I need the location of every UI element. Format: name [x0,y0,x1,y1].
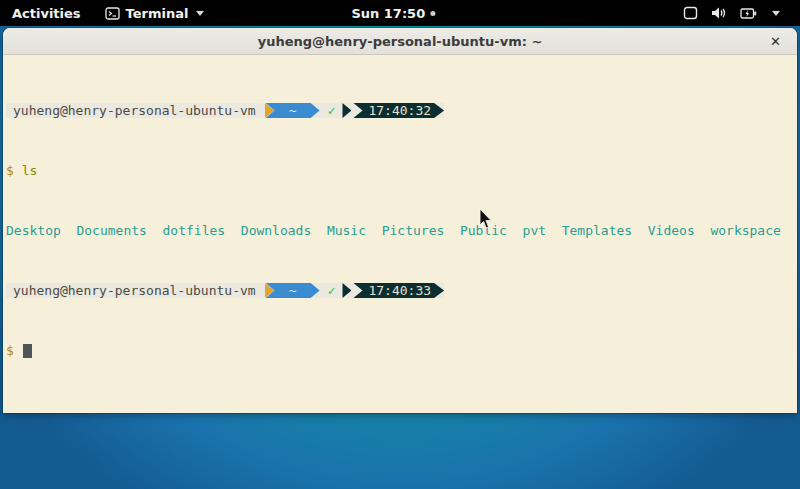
command-text: ls [22,163,38,178]
status-check-icon: ✓ [328,103,336,118]
prompt-line: yuheng@henry-personal-ubuntu-vm~✓17:40:3… [6,103,797,118]
powerline-prompt: yuheng@henry-personal-ubuntu-vm~✓17:40:3… [6,103,444,118]
window-titlebar[interactable]: yuheng@henry-personal-ubuntu-vm: ~ ✕ [3,28,797,55]
screen-icon [683,6,698,20]
powerline-prompt: yuheng@henry-personal-ubuntu-vm~✓17:40:3… [6,283,444,298]
top-bar: Activities Terminal Sun 17:50 [0,0,800,26]
clock-label: Sun 17:50 [351,6,425,21]
text-cursor [23,344,32,358]
desktop: { "topbar": { "activities_label": "Activ… [0,0,800,489]
prompt-symbol: $ [6,343,22,358]
chevron-down-icon [196,11,204,16]
powerline-arrow-icon [342,103,351,118]
app-menu-label: Terminal [126,6,189,21]
prompt-user-host: yuheng@henry-personal-ubuntu-vm [13,103,256,118]
prompt-line: yuheng@henry-personal-ubuntu-vm~✓17:40:3… [6,283,797,298]
prompt-time-badge: 17:40:32 [342,103,444,118]
volume-icon [711,6,727,20]
command-line: $ ls [6,163,797,178]
notification-dot-icon [430,11,435,16]
activities-button[interactable]: Activities [0,0,93,26]
close-icon[interactable]: ✕ [770,35,781,48]
battery-charging-icon [740,7,757,20]
prompt-time: 17:40:33 [353,283,444,298]
prompt-symbol: $ [6,163,22,178]
prompt-cwd: ~ [289,103,297,118]
status-check-icon: ✓ [328,283,336,298]
prompt-time-badge: 17:40:33 [342,283,444,298]
powerline-arrow-icon [342,283,351,298]
top-bar-left: Activities Terminal [0,0,216,26]
terminal-window: yuheng@henry-personal-ubuntu-vm: ~ ✕ yuh… [3,28,797,413]
chevron-down-icon [772,11,780,16]
input-line[interactable]: $ [6,343,797,358]
terminal-app-icon [105,7,120,20]
terminal-content[interactable]: yuheng@henry-personal-ubuntu-vm~✓17:40:3… [3,55,797,412]
prompt-user-host: yuheng@henry-personal-ubuntu-vm [13,283,256,298]
system-tray-button[interactable] [663,0,800,26]
prompt-cwd: ~ [289,283,297,298]
prompt-time: 17:40:32 [353,103,444,118]
window-title: yuheng@henry-personal-ubuntu-vm: ~ [258,34,543,49]
app-menu-terminal[interactable]: Terminal [93,0,217,26]
ls-output: Desktop Documents dotfiles Downloads Mus… [6,223,797,238]
clock-button[interactable]: Sun 17:50 [351,0,435,26]
